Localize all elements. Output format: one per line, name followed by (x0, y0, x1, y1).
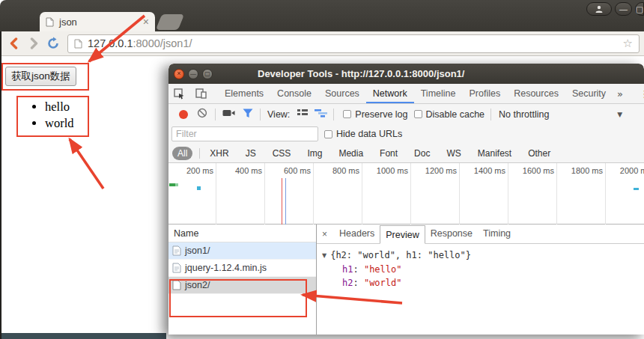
browser-tab-json[interactable]: json × (40, 12, 155, 31)
person-icon (595, 4, 604, 13)
preview-root-text: {h2: "world", h1: "hello"} (330, 250, 471, 260)
tick-label: 200 ms (170, 166, 213, 175)
maximize-button[interactable]: ▢ (635, 2, 644, 16)
forward-button[interactable] (24, 34, 43, 52)
tick-label: 2000 ms (608, 166, 644, 175)
get-json-button[interactable]: 获取json数据 (5, 67, 76, 86)
list-view-button[interactable] (297, 109, 309, 120)
type-filter-media[interactable]: Media (333, 147, 368, 160)
type-filter-xhr[interactable]: XHR (204, 147, 234, 160)
gridline (264, 163, 265, 225)
type-filter-img[interactable]: Img (302, 147, 327, 160)
inspect-cursor-icon (174, 88, 185, 100)
requests-table: Name json1/ (168, 225, 644, 335)
hide-data-urls-checkbox[interactable] (324, 130, 332, 138)
preserve-log-checkbox[interactable] (343, 110, 351, 118)
tick-label: 1800 ms (559, 166, 603, 175)
reload-icon (46, 37, 60, 50)
reload-button[interactable] (43, 34, 63, 52)
request-row-json1[interactable]: json1/ (168, 242, 316, 260)
more-tabs-icon[interactable]: » (613, 88, 628, 100)
tab-timeline[interactable]: Timeline (414, 84, 463, 103)
devtools-titlebar[interactable]: × — ▢ Developer Tools - http://127.0.0.1… (168, 64, 644, 84)
list-item: hello (45, 100, 89, 114)
desktop-strip (0, 333, 166, 339)
devtools-minimize-button[interactable]: — (188, 69, 198, 79)
preview-root-row[interactable]: ▼{h2: "world", h1: "hello"} (322, 248, 644, 263)
device-toolbar-button[interactable] (190, 88, 212, 99)
record-button[interactable] (179, 110, 188, 119)
request-row-json2[interactable]: json2/ (168, 277, 316, 294)
url-bar[interactable]: 127.0.0.1:8000/json1/ ☆ (67, 34, 640, 53)
tab-console[interactable]: Console (270, 84, 318, 103)
gridline (410, 163, 411, 225)
tick-label: 1600 ms (511, 166, 554, 175)
timeline-request-dash (634, 188, 639, 190)
request-row-jquery[interactable]: jquery-1.12.4.min.js (168, 260, 316, 277)
divider (215, 109, 216, 120)
type-filter-font[interactable]: Font (374, 147, 403, 160)
type-filter-other[interactable]: Other (523, 147, 556, 160)
tick-label: 1400 ms (462, 166, 505, 175)
network-toolbar: View: Preserve log Disable cache (168, 104, 644, 124)
screenshot-button[interactable] (222, 109, 235, 120)
tab-sources[interactable]: Sources (318, 84, 366, 103)
detail-tab-timing[interactable]: Timing (478, 225, 516, 243)
disable-cache-label: Disable cache (426, 109, 485, 120)
network-filter-row: Hide data URLs (168, 124, 644, 144)
bookmark-star-icon[interactable]: ☆ (623, 37, 633, 50)
tab-profiles[interactable]: Profiles (462, 84, 507, 103)
device-icon (195, 88, 207, 99)
filter-button[interactable] (243, 109, 253, 120)
type-filter-doc[interactable]: Doc (409, 147, 435, 160)
tab-elements[interactable]: Elements (218, 84, 270, 103)
detail-tab-preview[interactable]: Preview (380, 225, 425, 244)
devtools-maximize-button[interactable]: ▢ (202, 69, 213, 79)
type-filter-row: All XHR JS CSS Img Media Font Doc WS Man… (168, 144, 644, 163)
clear-button[interactable] (197, 108, 207, 120)
request-detail-panel: × Headers Preview Response Timing ▼{h2: … (316, 225, 644, 335)
back-icon (8, 37, 20, 49)
document-icon (172, 245, 181, 256)
profile-button[interactable] (586, 2, 612, 16)
type-filter-manifest[interactable]: Manifest (473, 147, 517, 160)
tab-close-icon[interactable]: × (143, 16, 149, 27)
divider (199, 148, 200, 159)
list-item: world (45, 116, 89, 131)
tab-security[interactable]: Security (565, 84, 613, 103)
funnel-icon (243, 109, 253, 118)
minimize-button[interactable]: — (615, 2, 632, 16)
type-filter-js[interactable]: JS (240, 147, 261, 160)
inspect-element-button[interactable] (168, 88, 190, 100)
waterfall-view-button[interactable] (315, 109, 327, 120)
back-button[interactable] (4, 34, 24, 52)
gridline (216, 163, 216, 225)
filter-input[interactable] (171, 126, 318, 141)
type-filter-css[interactable]: CSS (267, 147, 297, 160)
tick-label: 1200 ms (413, 166, 457, 175)
timeline-overview[interactable]: 200 ms 400 ms 600 ms 800 ms 1000 ms 1200… (168, 163, 644, 225)
name-column-header[interactable]: Name (168, 225, 316, 242)
disable-cache-checkbox[interactable] (414, 110, 422, 118)
throttling-dropdown[interactable]: No throttling ▼ (499, 109, 622, 120)
tab-resources[interactable]: Resources (507, 84, 565, 103)
detail-tab-response[interactable]: Response (425, 225, 478, 243)
document-icon (172, 280, 181, 290)
tick-label: 800 ms (316, 166, 359, 175)
preview-pane: ▼{h2: "world", h1: "hello"} h1: "hello" … (317, 244, 644, 290)
devtools-close-button[interactable]: × (174, 69, 184, 79)
devtools-menu-icon[interactable]: ⋮ (634, 88, 644, 100)
detail-tabs: × Headers Preview Response Timing (317, 225, 644, 244)
type-filter-all[interactable]: All (172, 147, 192, 160)
tab-network[interactable]: Network (366, 84, 414, 103)
type-filter-ws[interactable]: WS (441, 147, 466, 160)
gridline (556, 163, 557, 225)
close-detail-icon[interactable]: × (322, 229, 327, 239)
waterfall-icon (315, 109, 327, 117)
expand-triangle-icon[interactable]: ▼ (322, 252, 326, 259)
detail-tab-headers[interactable]: Headers (334, 225, 380, 243)
devtools-window-title: Developer Tools - http://127.0.0.1:8000/… (258, 68, 464, 79)
preview-entry: h1: "hello" (322, 263, 644, 276)
dropdown-arrow-icon: ▼ (617, 111, 622, 118)
tick-label: 1000 ms (365, 166, 408, 175)
